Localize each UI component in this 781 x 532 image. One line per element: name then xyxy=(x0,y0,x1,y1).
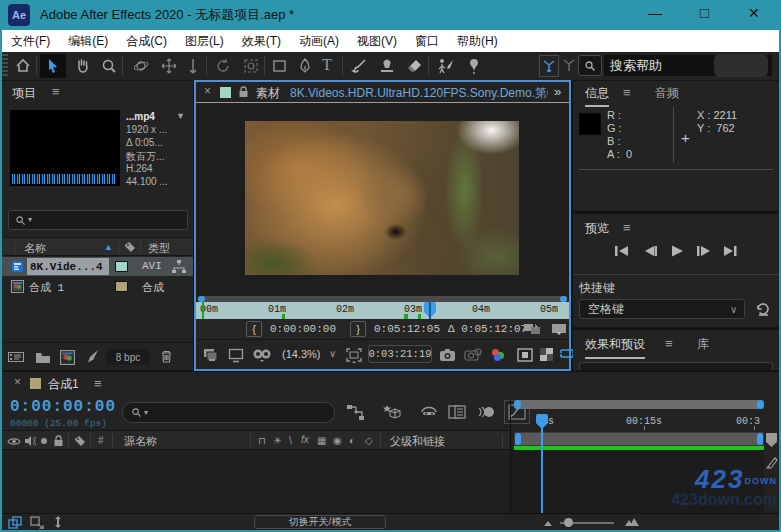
rectangle-tool-icon[interactable] xyxy=(272,58,288,74)
menu-composition[interactable]: 合成(C) xyxy=(117,33,176,50)
next-frame-button[interactable] xyxy=(695,244,713,258)
world-axis-mode-icon[interactable] xyxy=(562,58,576,72)
primary-viewer-icon[interactable] xyxy=(228,348,244,363)
pen-tool-icon[interactable] xyxy=(297,57,313,75)
timeline-split-divider[interactable] xyxy=(510,400,511,513)
column-type[interactable]: 类型 xyxy=(148,241,170,256)
menu-effect[interactable]: 效果(T) xyxy=(233,33,290,50)
help-search-icon-box[interactable] xyxy=(578,55,602,76)
marker-bin-icon[interactable] xyxy=(764,432,779,448)
out-point-button[interactable]: } xyxy=(350,321,366,337)
video-visibility-icon[interactable] xyxy=(7,436,21,447)
shortcut-select[interactable]: 空格键 ∨ xyxy=(579,299,745,319)
preview-title[interactable]: 预览 xyxy=(585,220,609,237)
minimize-button[interactable]: — xyxy=(648,5,662,21)
bpc-button[interactable]: 8 bpc xyxy=(106,349,150,365)
toolbar-grip[interactable] xyxy=(2,54,8,78)
panel-menu-icon[interactable]: ≡ xyxy=(52,85,60,98)
project-row-comp[interactable]: 合成 1 合成 xyxy=(2,277,193,296)
timeline-timecode[interactable]: 0:00:00:00 xyxy=(10,398,116,416)
project-search-field[interactable]: ▾ xyxy=(8,210,188,230)
menu-window[interactable]: 窗口 xyxy=(406,33,448,50)
panel-menu-icon[interactable]: ≡ xyxy=(623,221,631,234)
zoom-chevron-icon[interactable]: ∨ xyxy=(329,348,336,359)
channel-rgb-icon[interactable] xyxy=(491,349,507,361)
new-composition-icon[interactable] xyxy=(60,350,75,365)
clone-stamp-icon[interactable] xyxy=(378,57,396,75)
project-tab[interactable]: 项目 xyxy=(12,85,36,102)
dolly-camera-icon[interactable] xyxy=(186,57,200,75)
work-area-cap-left[interactable] xyxy=(515,433,521,445)
timeline-navigator-bar[interactable] xyxy=(514,400,764,409)
timeline-playhead-line[interactable] xyxy=(541,423,543,513)
label-color-swatch[interactable] xyxy=(115,281,128,292)
menu-edit[interactable]: 编辑(E) xyxy=(59,33,117,50)
viewer-timecode-button[interactable]: 0:03:21:19 xyxy=(368,345,432,363)
switch-frame-blend-icon[interactable]: ▦ xyxy=(317,435,326,446)
menu-view[interactable]: 视图(V) xyxy=(348,33,406,50)
overlay-edit-icon[interactable] xyxy=(551,322,567,336)
switch-collapse-icon[interactable]: ☀ xyxy=(273,435,282,446)
zoom-in-mountains-icon[interactable] xyxy=(624,517,640,527)
label-column-icon[interactable] xyxy=(74,435,86,447)
in-point-button[interactable]: { xyxy=(246,321,262,337)
source-name-column[interactable]: 源名称 xyxy=(124,434,157,449)
region-of-interest-icon[interactable] xyxy=(346,348,362,363)
lock-icon[interactable] xyxy=(238,86,249,98)
eraser-tool-icon[interactable] xyxy=(406,57,424,75)
footage-thumbnail[interactable] xyxy=(10,110,120,186)
timeline-search-field[interactable]: ▾ xyxy=(122,402,335,423)
menu-help[interactable]: 帮助(H) xyxy=(448,33,507,50)
transparency-grid-icon[interactable] xyxy=(540,348,553,361)
previous-frame-button[interactable] xyxy=(641,244,659,258)
project-row-footage[interactable]: 8K.Vide...4 AVI xyxy=(2,257,193,276)
play-button[interactable] xyxy=(669,244,685,258)
type-tool-icon[interactable]: T xyxy=(322,56,332,74)
zoom-slider-knob[interactable] xyxy=(564,518,573,527)
menu-layer[interactable]: 图层(L) xyxy=(176,33,233,50)
switch-adjustment-icon[interactable]: ◐ xyxy=(349,435,355,446)
frame-blending-icon[interactable] xyxy=(448,404,468,420)
close-tab-icon[interactable]: × xyxy=(14,375,21,389)
rotate-tool-icon[interactable] xyxy=(214,57,232,75)
new-folder-icon[interactable] xyxy=(35,351,51,364)
zoom-tool-icon[interactable] xyxy=(100,57,118,75)
switch-motion-blur-icon[interactable]: ◉ xyxy=(333,435,342,446)
reset-icon[interactable] xyxy=(755,301,771,317)
resolution-icon[interactable] xyxy=(517,348,533,362)
composition-mini-flowchart-icon[interactable] xyxy=(346,404,366,420)
ripple-insert-icon[interactable] xyxy=(523,322,541,336)
label-color-swatch[interactable] xyxy=(115,261,128,272)
zoom-out-mountain-icon[interactable] xyxy=(543,519,553,527)
maximize-button[interactable]: □ xyxy=(700,4,709,21)
orbit-camera-icon[interactable] xyxy=(132,57,150,75)
panel-menu-icon[interactable]: ≡ xyxy=(623,86,631,99)
last-frame-button[interactable] xyxy=(721,244,739,258)
sort-ascending-icon[interactable]: ▲ xyxy=(104,242,113,252)
flowchart-icon[interactable] xyxy=(172,260,186,273)
tab-info[interactable]: 信息 xyxy=(585,85,609,107)
viewer-kind-label[interactable]: 素材 xyxy=(256,85,280,102)
interpret-footage-icon[interactable] xyxy=(8,350,28,364)
panel-menu-icon[interactable]: ≡ xyxy=(665,337,673,350)
timeline-tab[interactable]: 合成1 xyxy=(48,376,79,393)
column-name[interactable]: 名称 xyxy=(24,241,46,256)
shrink-layers-icon[interactable] xyxy=(30,516,44,529)
effects-search-field[interactable] xyxy=(579,362,773,370)
index-column[interactable]: # xyxy=(98,435,104,446)
work-area-bar[interactable] xyxy=(514,432,764,446)
meta-dropdown-icon[interactable]: ▼ xyxy=(176,112,185,121)
lock-icon[interactable] xyxy=(53,435,64,447)
camera-tool-icon[interactable] xyxy=(242,57,260,75)
viewer-filename[interactable]: 8K.Videos.HDR.UltraHD.120FPS.Sony.Demo.第… xyxy=(290,85,548,102)
timeline-zoom-slider[interactable] xyxy=(560,522,614,524)
nav-cap-right[interactable] xyxy=(757,400,764,409)
menu-file[interactable]: 文件(F) xyxy=(2,33,59,50)
hand-tool-icon[interactable] xyxy=(74,57,92,75)
first-frame-button[interactable] xyxy=(613,244,631,258)
audio-icon[interactable] xyxy=(24,435,36,447)
solo-icon[interactable] xyxy=(41,438,47,444)
adjustment-icon[interactable] xyxy=(86,349,100,364)
label-column-icon[interactable] xyxy=(124,241,136,253)
motion-blur-icon[interactable] xyxy=(476,404,496,420)
